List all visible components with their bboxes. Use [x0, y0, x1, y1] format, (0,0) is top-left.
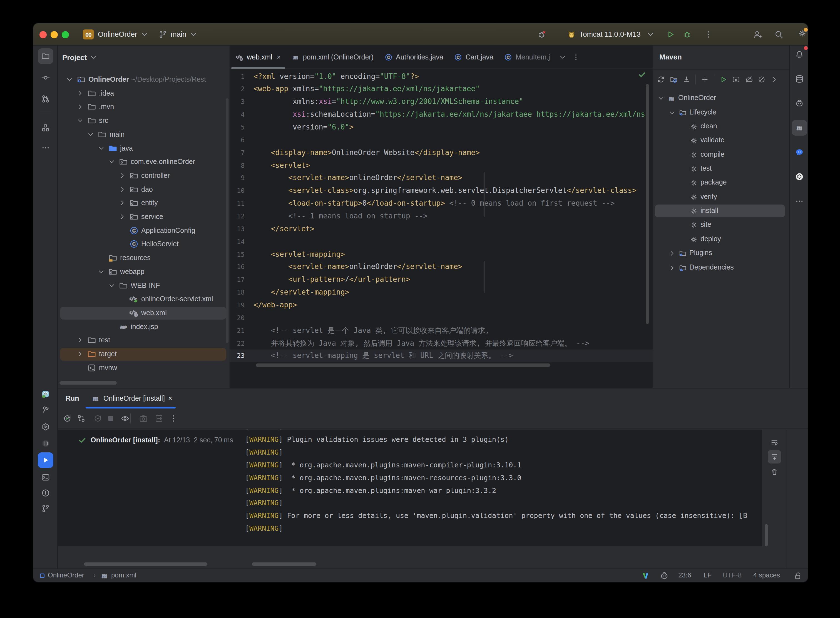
run-resume-icon[interactable]	[94, 414, 102, 423]
v-plugin-icon[interactable]	[641, 571, 650, 580]
tool-strip-pull-request-button[interactable]	[38, 91, 54, 107]
line-ending-widget[interactable]: LF	[704, 569, 712, 582]
tree-item-test[interactable]: test	[58, 334, 230, 348]
tree-chevron-icon[interactable]	[668, 250, 676, 257]
tree-item-mvnw[interactable]: mvnw	[58, 361, 230, 374]
bot-status-icon[interactable]	[660, 571, 669, 580]
line-number[interactable]: 14	[230, 235, 245, 248]
maven-download-icon[interactable]	[683, 76, 690, 83]
maven-plus-icon[interactable]	[701, 76, 709, 83]
tree-item-main[interactable]: main	[58, 128, 230, 141]
search-everywhere-button[interactable]	[775, 30, 783, 39]
line-number[interactable]: 17	[230, 274, 245, 287]
console-softwrap-button[interactable]	[768, 436, 781, 449]
project-hscrollbar[interactable]	[59, 381, 117, 385]
indent-widget[interactable]: 4 spaces	[753, 569, 780, 582]
tree-chevron-icon[interactable]	[97, 144, 105, 152]
tree-chevron-icon[interactable]	[108, 281, 116, 289]
maven-chevron-right-icon[interactable]	[770, 76, 778, 83]
tool-strip-chat-button[interactable]	[792, 144, 807, 160]
tree-item-webapp[interactable]: webapp	[58, 265, 230, 279]
settings-button[interactable]	[798, 29, 807, 40]
tool-strip-ai-bot-button[interactable]	[792, 96, 807, 111]
line-number[interactable]: 12	[230, 210, 245, 223]
maven-run-window-icon[interactable]	[732, 76, 740, 83]
line-number[interactable]: 1	[230, 70, 245, 83]
tool-strip-terminal-button[interactable]	[38, 469, 54, 485]
tool-strip-project-folder-button[interactable]	[38, 48, 54, 64]
tool-strip-database-button[interactable]	[792, 71, 807, 87]
maven-item-validate[interactable]: validate	[653, 134, 789, 148]
zoom-window-button[interactable]	[62, 31, 69, 39]
mute-breakpoints-icon[interactable]	[538, 30, 547, 39]
line-number[interactable]: 20	[230, 312, 245, 325]
maven-item-site[interactable]: site	[653, 218, 789, 232]
maven-item-deploy[interactable]: deploy	[653, 232, 789, 247]
line-number[interactable]: 6	[230, 134, 245, 147]
tool-strip-gopher-button[interactable]	[38, 386, 54, 402]
line-number[interactable]: 21	[230, 324, 245, 337]
breadcrumb-project[interactable]: OnlineOrder	[48, 569, 84, 582]
editor-vscrollbar[interactable]	[646, 84, 649, 324]
inspections-ok-icon[interactable]	[638, 70, 647, 79]
line-number[interactable]: 22	[230, 337, 245, 350]
tree-item-java[interactable]: java	[58, 141, 230, 155]
run-camera-icon[interactable]	[139, 414, 148, 423]
tree-chevron-icon[interactable]	[76, 103, 84, 111]
tree-chevron-icon[interactable]	[76, 117, 84, 125]
tree-chevron-icon[interactable]	[76, 89, 84, 97]
tree-chevron-icon[interactable]	[668, 264, 676, 272]
tree-item-onlineorder-servlet-xml[interactable]: </>onlineOrder-servlet.xml	[58, 292, 230, 306]
tree-chevron-icon[interactable]	[118, 172, 126, 180]
tree-item-mvn[interactable]: .mvn	[58, 100, 230, 114]
tree-chevron-icon[interactable]	[657, 95, 665, 103]
readonly-toggle-icon[interactable]	[793, 571, 802, 580]
maven-item-plugins[interactable]: Plugins	[653, 246, 789, 260]
line-number[interactable]: 9	[230, 172, 245, 185]
maven-folder-sync-icon[interactable]	[670, 76, 678, 83]
line-number[interactable]: 19	[230, 299, 245, 312]
tree-item-onlineorder[interactable]: OnlineOrder ~/Desktop/Projects/Rest	[58, 73, 230, 86]
line-number[interactable]: 4	[230, 108, 245, 121]
tree-chevron-icon[interactable]	[65, 76, 73, 83]
editor-tab-authorities-java[interactable]: CAuthorities.java	[379, 46, 449, 68]
caret-position-widget[interactable]: 23:6	[678, 569, 691, 582]
tree-chevron-icon[interactable]	[76, 337, 84, 344]
maven-item-verify[interactable]: verify	[653, 190, 789, 204]
run-tab-onlineorder-install[interactable]: m OnlineOrder [install] ×	[91, 388, 172, 409]
tool-strip-branch-button[interactable]	[38, 501, 54, 516]
tool-strip-notifications-button[interactable]	[792, 47, 807, 62]
tree-item-src[interactable]: src	[58, 114, 230, 128]
tree-item-service[interactable]: service	[58, 210, 230, 224]
close-tab-icon[interactable]: ×	[277, 53, 281, 61]
line-number[interactable]: 7	[230, 146, 245, 159]
editor-hscrollbar[interactable]	[256, 364, 550, 367]
tree-item-applicationconfig[interactable]: CApplicationConfig	[58, 224, 230, 237]
line-number[interactable]: 16	[230, 261, 245, 274]
tree-item-resources[interactable]: resources	[58, 251, 230, 265]
maven-item-compile[interactable]: compile	[653, 147, 789, 162]
editor-tab-cart-java[interactable]: CCart.java	[449, 46, 499, 68]
project-vscrollbar[interactable]	[226, 98, 229, 343]
tree-chevron-icon[interactable]	[87, 131, 95, 138]
line-number[interactable]: 23	[230, 350, 245, 362]
tab-options-icon[interactable]	[572, 53, 580, 61]
run-configuration-select[interactable]: Tomcat 11.0.0-M13	[579, 23, 641, 46]
run-kebab-icon[interactable]	[169, 414, 178, 423]
tree-chevron-icon[interactable]	[118, 199, 126, 207]
tree-item-target[interactable]: target	[58, 348, 230, 361]
encoding-widget[interactable]: UTF-8	[723, 569, 742, 582]
tree-item-dao[interactable]: dao	[58, 183, 230, 196]
console-scrollend-button[interactable]	[768, 450, 781, 464]
tool-strip-run-button[interactable]	[38, 452, 54, 468]
tool-strip-structure-button[interactable]	[38, 120, 54, 135]
tree-chevron-icon[interactable]	[118, 213, 126, 221]
tree-chevron-icon[interactable]	[668, 108, 676, 116]
editor-tab-web-xml[interactable]: </>web.xml×	[230, 46, 286, 68]
console-vscrollbar[interactable]	[765, 524, 768, 546]
code-editor[interactable]: 1<?xml version="1.0" encoding="UTF-8"?>2…	[230, 70, 653, 381]
close-window-button[interactable]	[39, 31, 47, 39]
tree-chevron-icon[interactable]	[108, 158, 116, 166]
summary-hscrollbar[interactable]	[84, 562, 207, 566]
run-summary-status[interactable]: OnlineOrder [install]:	[91, 436, 160, 444]
